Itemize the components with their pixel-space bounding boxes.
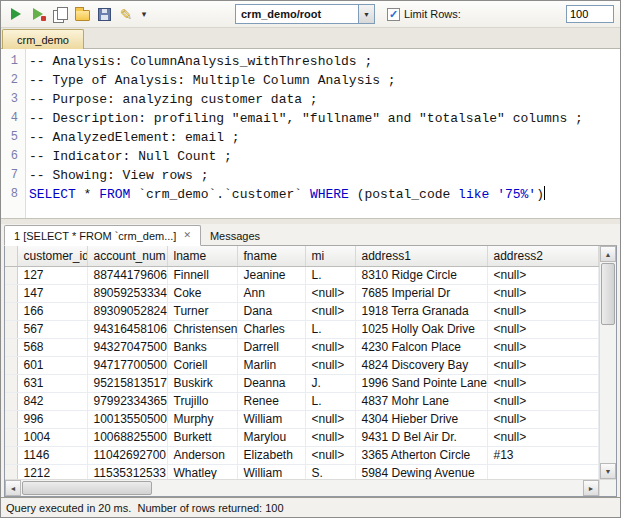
table-cell: 10068825500	[87, 428, 167, 446]
editor-line: 6-- Indicator: Null Count ;	[1, 147, 620, 166]
row-selector[interactable]	[5, 356, 17, 374]
edit-icon[interactable]: ✎	[115, 4, 137, 24]
table-row[interactable]: 84297992334365TrujilloReneeL.4837 Mohr L…	[5, 392, 599, 410]
save-icon[interactable]	[93, 4, 115, 24]
copy-icon[interactable]	[49, 4, 71, 24]
table-cell: 94316458106	[87, 320, 167, 338]
row-selector[interactable]	[5, 284, 17, 302]
line-number: 6	[1, 147, 25, 166]
results-tab-query1[interactable]: 1 [SELECT * FROM `crm_dem...] ✕	[4, 225, 201, 246]
table-row[interactable]: 63195215813517BuskirkDeannaJ.1996 Sand P…	[5, 374, 599, 392]
horizontal-scrollbar-row: ◄ ►	[5, 479, 616, 496]
editor-tab-crm-demo[interactable]: crm_demo	[2, 29, 84, 49]
line-number: 4	[1, 109, 25, 128]
column-header-customer_id[interactable]: customer_id	[17, 246, 87, 266]
run-script-dot-icon	[41, 16, 46, 21]
editor-lines: 1-- Analysis: ColumnAnalysis_withThresho…	[1, 52, 620, 204]
connection-combo[interactable]: crm_demo/root ▼	[235, 4, 375, 24]
row-selector[interactable]	[5, 392, 17, 410]
table-row[interactable]: 12788744179606FinnellJeanineL.8310 Ridge…	[5, 266, 599, 284]
table-cell: 88744179606	[87, 266, 167, 284]
combo-dropdown-icon[interactable]: ▼	[358, 5, 374, 23]
pages-icon	[53, 7, 67, 22]
table-cell: L.	[305, 320, 355, 338]
table-cell: Burkett	[167, 428, 237, 446]
table-cell: 127	[17, 266, 87, 284]
column-header-account_num[interactable]: account_num	[87, 246, 167, 266]
editor-tab-label: crm_demo	[17, 34, 69, 46]
editor-tabstrip: crm_demo	[1, 28, 620, 49]
row-selector[interactable]	[5, 374, 17, 392]
table-row[interactable]: 114611042692700AndersonElizabeth<null>33…	[5, 446, 599, 464]
table-cell: 4824 Discovery Bay	[355, 356, 487, 374]
row-selector[interactable]	[5, 320, 17, 338]
table-row[interactable]: 100410068825500BurkettMarylou<null>9431 …	[5, 428, 599, 446]
table-row[interactable]: 56794316458106ChristensenCharlesL.1025 H…	[5, 320, 599, 338]
table-cell: <null>	[305, 356, 355, 374]
table-cell: Murphy	[167, 410, 237, 428]
table-cell: Jeanine	[237, 266, 305, 284]
scroll-right-icon[interactable]: ►	[583, 480, 599, 496]
results-tab-messages[interactable]: Messages	[201, 225, 269, 246]
table-cell: Banks	[167, 338, 237, 356]
row-selector[interactable]	[5, 446, 17, 464]
row-selector[interactable]	[5, 464, 17, 479]
column-header-address2[interactable]: address2	[487, 246, 599, 266]
row-selector[interactable]	[5, 302, 17, 320]
table-row[interactable]: 60194717700500CoriellMarlin<null>4824 Di…	[5, 356, 599, 374]
scroll-down-icon[interactable]: ▼	[600, 463, 616, 479]
line-number: 3	[1, 90, 25, 109]
column-header-lname[interactable]: lname	[167, 246, 237, 266]
limit-rows-checkbox[interactable]: ✓	[387, 8, 400, 21]
table-row[interactable]: 14789059253334CokeAnn<null>7685 Imperial…	[5, 284, 599, 302]
column-header-address1[interactable]: address1	[355, 246, 487, 266]
table-cell: L.	[305, 392, 355, 410]
table-cell: <null>	[487, 302, 599, 320]
line-number: 1	[1, 52, 25, 71]
table-cell: 89059253334	[87, 284, 167, 302]
table-cell: 7685 Imperial Dr	[355, 284, 487, 302]
scrollbar-corner	[599, 480, 616, 496]
table-cell: <null>	[487, 320, 599, 338]
run-script-icon[interactable]	[27, 4, 49, 24]
horizontal-scrollbar[interactable]: ◄ ►	[5, 480, 599, 496]
table-row[interactable]: 16689309052824TurnerDana<null>1918 Terra…	[5, 302, 599, 320]
vertical-scrollbar-thumb[interactable]	[601, 263, 615, 325]
row-selector[interactable]	[5, 266, 17, 284]
table-cell: S.	[305, 464, 355, 479]
row-selector[interactable]	[5, 338, 17, 356]
table-row[interactable]: 56894327047500BanksDarrell<null>4230 Fal…	[5, 338, 599, 356]
table-row[interactable]: 121211535312533WhatleyWilliamS.5984 Dewi…	[5, 464, 599, 479]
table-cell: 3365 Atherton Circle	[355, 446, 487, 464]
table-cell: 147	[17, 284, 87, 302]
run-query-icon[interactable]	[5, 4, 27, 24]
column-header-mi[interactable]: mi	[305, 246, 355, 266]
results-area: customer_idaccount_numlnamefnamemiaddres…	[5, 246, 616, 479]
status-text: Query executed in 20 ms. Number of rows …	[6, 502, 284, 514]
scroll-left-icon[interactable]: ◄	[5, 480, 21, 496]
floppy-icon	[98, 8, 111, 21]
table-cell: Darrell	[237, 338, 305, 356]
row-selector[interactable]	[5, 428, 17, 446]
table-cell: 8310 Ridge Circle	[355, 266, 487, 284]
horizontal-scrollbar-thumb[interactable]	[22, 481, 152, 495]
sql-editor[interactable]: 1-- Analysis: ColumnAnalysis_withThresho…	[1, 49, 620, 219]
table-cell: <null>	[305, 302, 355, 320]
run-triangle-icon	[11, 8, 21, 20]
scroll-up-icon[interactable]: ▲	[600, 246, 616, 262]
table-cell: Marylou	[237, 428, 305, 446]
open-file-icon[interactable]	[71, 4, 93, 24]
row-selector[interactable]	[5, 410, 17, 428]
table-cell: 1025 Holly Oak Drive	[355, 320, 487, 338]
vertical-scrollbar[interactable]: ▲ ▼	[599, 246, 616, 479]
close-tab-icon[interactable]: ✕	[183, 231, 191, 240]
column-header-fname[interactable]: fname	[237, 246, 305, 266]
limit-rows-input[interactable]	[566, 5, 614, 23]
table-cell: Anderson	[167, 446, 237, 464]
table-row[interactable]: 99610013550500MurphyWilliam<null>4304 Hi…	[5, 410, 599, 428]
table-cell: 601	[17, 356, 87, 374]
table-cell: Buskirk	[167, 374, 237, 392]
table-cell: <null>	[305, 410, 355, 428]
menu-dropdown-icon[interactable]: ▾	[137, 4, 151, 24]
sql-query-editor-window: ✎ ▾ crm_demo/root ▼ ✓ Limit Rows: crm_de…	[0, 0, 621, 518]
